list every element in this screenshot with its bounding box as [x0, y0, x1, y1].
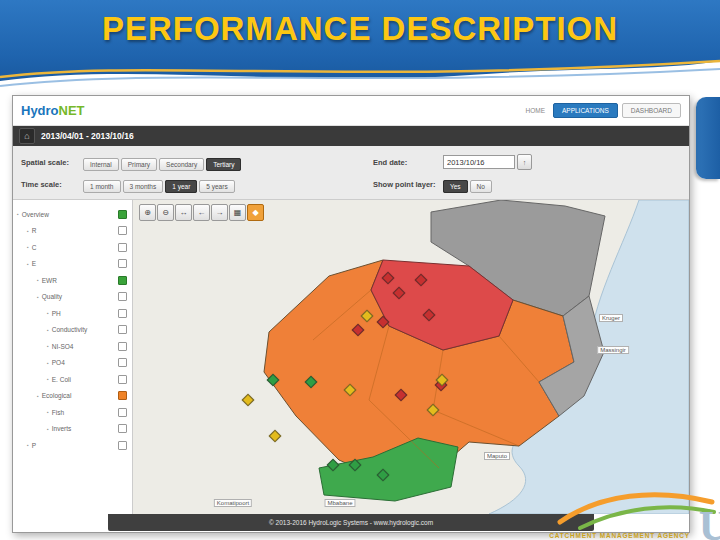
spatial-option-secondary[interactable]: Secondary	[159, 158, 204, 171]
agency-name-text: CATCHMENT MANAGEMENT AGENCY	[549, 532, 690, 539]
filter-panel: Spatial scale: InternalPrimarySecondaryT…	[13, 146, 689, 200]
time-option-1-year[interactable]: 1 year	[165, 180, 197, 193]
tree-item-c[interactable]: ▪C	[13, 239, 132, 256]
spatial-option-primary[interactable]: Primary	[121, 158, 157, 171]
point-layer-option-yes[interactable]: Yes	[443, 180, 468, 193]
tree-checkbox-overview[interactable]	[118, 210, 127, 219]
tree-checkbox-ni-so4[interactable]	[118, 342, 127, 351]
tree-checkbox-c[interactable]	[118, 243, 127, 252]
tree-item-conductivity[interactable]: ▪Conductivity	[13, 322, 132, 339]
map-label-maputo: Maputo	[484, 452, 510, 460]
tree-item-quality[interactable]: ▪Quality	[13, 289, 132, 306]
tree-item-label: PH	[52, 310, 61, 317]
tree-checkbox-po4[interactable]	[118, 358, 127, 367]
nav-home[interactable]: HOME	[521, 105, 549, 116]
map-toolbar: ⊕⊖↔←→▦◆	[139, 204, 264, 221]
tree-bullet-icon: ▪	[27, 228, 29, 234]
tree-item-label: Fish	[52, 409, 64, 416]
tree-checkbox-ecological[interactable]	[118, 391, 127, 400]
nav-applications[interactable]: APPLICATIONS	[553, 103, 618, 118]
zoom-in-icon[interactable]: ⊕	[139, 204, 156, 221]
tree-item-inverts[interactable]: ▪Inverts	[13, 421, 132, 438]
point-layer-option-no[interactable]: No	[470, 180, 492, 193]
spatial-option-tertiary[interactable]: Tertiary	[206, 158, 241, 171]
main-content: ▪Overview▪R▪C▪E▪EWR▪Quality▪PH▪Conductiv…	[13, 200, 689, 514]
end-date-label: End date:	[373, 158, 443, 167]
spatial-option-internal[interactable]: Internal	[83, 158, 119, 171]
tree-item-label: PO4	[52, 359, 65, 366]
map-label-kruger: Kruger	[599, 314, 623, 322]
copyright-bar: © 2013-2016 HydroLogic Systems - www.hyd…	[108, 514, 595, 531]
back-icon[interactable]: ←	[193, 204, 210, 221]
map-label-komatipoort: Komatipoort	[214, 499, 252, 507]
date-picker-button[interactable]: ↑	[517, 154, 532, 170]
tree-checkbox-conductivity[interactable]	[118, 325, 127, 334]
tree-item-label: C	[32, 244, 37, 251]
logo-hydro: Hydro	[21, 103, 59, 118]
tree-checkbox-ph[interactable]	[118, 309, 127, 318]
tree-item-po4[interactable]: ▪PO4	[13, 355, 132, 372]
time-option-3-months[interactable]: 3 months	[123, 180, 164, 193]
tree-item-label: Quality	[42, 293, 62, 300]
catchment-map	[133, 200, 689, 514]
tree-bullet-icon: ▪	[47, 426, 49, 432]
tree-checkbox-p[interactable]	[118, 441, 127, 450]
forward-icon[interactable]: →	[211, 204, 228, 221]
tree-checkbox-ewr[interactable]	[118, 276, 127, 285]
tree-bullet-icon: ▪	[47, 376, 49, 382]
tree-item-ecological[interactable]: ▪Ecological	[13, 388, 132, 405]
tree-item-ewr[interactable]: ▪EWR	[13, 272, 132, 289]
right-ribbon-decoration	[696, 97, 720, 179]
tree-item-p[interactable]: ▪P	[13, 437, 132, 454]
spatial-scale-label: Spatial scale:	[21, 158, 83, 167]
pan-icon[interactable]: ↔	[175, 204, 192, 221]
time-scale-label: Time scale:	[21, 180, 83, 189]
map-label-massingir: Massingir	[597, 346, 629, 354]
tree-checkbox-e[interactable]	[118, 259, 127, 268]
tree-checkbox-r[interactable]	[118, 226, 127, 235]
tree-item-r[interactable]: ▪R	[13, 223, 132, 240]
tree-checkbox-inverts[interactable]	[118, 424, 127, 433]
tree-item-label: E	[32, 260, 36, 267]
tree-item-label: Conductivity	[52, 326, 87, 333]
tree-bullet-icon: ▪	[27, 244, 29, 250]
tree-item-label: Inverts	[52, 425, 72, 432]
logo-net: NET	[59, 103, 85, 118]
nav-dashboard[interactable]: DASHBOARD	[622, 103, 681, 118]
zoom-out-icon[interactable]: ⊖	[157, 204, 174, 221]
tree-item-e[interactable]: ▪E	[13, 256, 132, 273]
end-date-input[interactable]	[443, 155, 515, 169]
layers-icon[interactable]: ▦	[229, 204, 246, 221]
layer-tree-sidebar: ▪Overview▪R▪C▪E▪EWR▪Quality▪PH▪Conductiv…	[13, 200, 133, 514]
point-layer-icon[interactable]: ◆	[247, 204, 264, 221]
time-option-1-month[interactable]: 1 month	[83, 180, 121, 193]
tree-item-ni-so4[interactable]: ▪NI-SO4	[13, 338, 132, 355]
tree-checkbox-e-coli[interactable]	[118, 375, 127, 384]
tree-bullet-icon: ▪	[37, 294, 39, 300]
hydronet-window: HydroNET HOMEAPPLICATIONSDASHBOARD ⌂ 201…	[12, 95, 690, 533]
tree-item-label: Overview	[22, 211, 49, 218]
point-layer-options: YesNo	[443, 175, 494, 193]
header-swoosh	[0, 59, 720, 93]
tree-item-overview[interactable]: ▪Overview	[13, 206, 132, 223]
tree-bullet-icon: ▪	[47, 327, 49, 333]
tree-item-label: EWR	[42, 277, 57, 284]
app-header: HydroNET HOMEAPPLICATIONSDASHBOARD	[13, 96, 689, 126]
tree-bullet-icon: ▪	[47, 360, 49, 366]
hydronet-logo: HydroNET	[21, 103, 85, 118]
tree-item-ph[interactable]: ▪PH	[13, 305, 132, 322]
tree-item-label: NI-SO4	[52, 343, 74, 350]
tree-bullet-icon: ▪	[47, 409, 49, 415]
tree-checkbox-quality[interactable]	[118, 292, 127, 301]
time-scale-options: 1 month3 months1 year5 years	[83, 175, 237, 193]
tree-item-fish[interactable]: ▪Fish	[13, 404, 132, 421]
home-icon[interactable]: ⌂	[19, 128, 35, 144]
map-area[interactable]: ⊕⊖↔←→▦◆ KrugerMassingirMaputoMbabaneKoma…	[133, 200, 689, 514]
tree-checkbox-fish[interactable]	[118, 408, 127, 417]
point-layer-label: Show point layer:	[373, 180, 443, 189]
agency-logo-letter: U	[699, 502, 720, 540]
tree-item-label: Ecological	[42, 392, 72, 399]
tree-item-label: P	[32, 442, 36, 449]
tree-item-e-coli[interactable]: ▪E. Coli	[13, 371, 132, 388]
time-option-5-years[interactable]: 5 years	[199, 180, 234, 193]
